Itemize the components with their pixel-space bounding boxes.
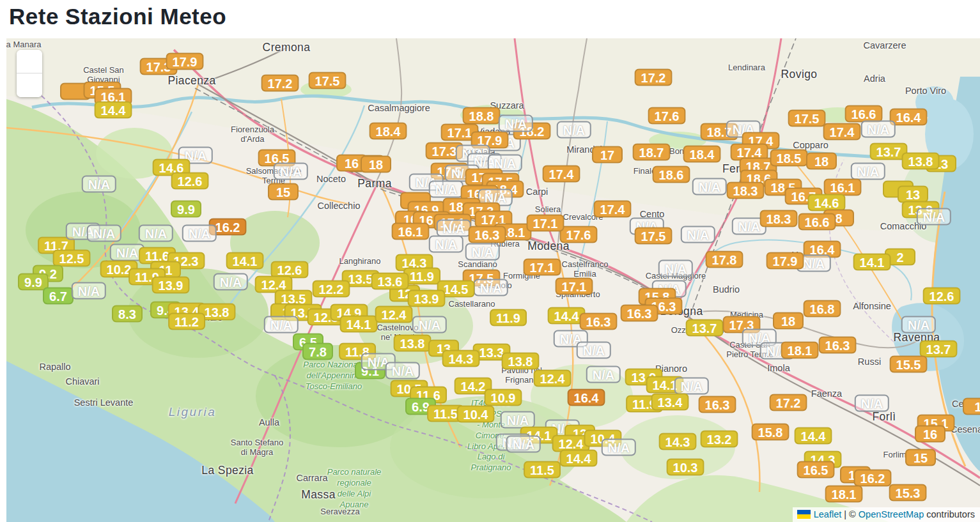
station-marker[interactable]: 17.5: [309, 72, 346, 89]
station-marker[interactable]: 17.1: [527, 215, 564, 232]
station-marker-na[interactable]: N/A: [429, 236, 463, 253]
station-marker-na[interactable]: N/A: [214, 273, 248, 291]
station-marker-na[interactable]: N/A: [437, 220, 471, 237]
station-marker-na[interactable]: N/A: [586, 366, 621, 383]
station-marker[interactable]: 12.5: [53, 250, 91, 267]
station-marker[interactable]: 18.1: [781, 342, 819, 359]
station-marker[interactable]: 17.9: [766, 252, 804, 270]
station-marker[interactable]: 18.6: [653, 166, 690, 183]
station-marker[interactable]: 13.8: [502, 353, 540, 370]
station-marker[interactable]: 15: [268, 183, 299, 201]
map-canvas[interactable]: a ManaraCremonaCastel San GiovanniPiacen…: [6, 38, 980, 522]
station-marker[interactable]: 16: [915, 426, 945, 443]
station-marker[interactable]: 12.4: [534, 370, 572, 387]
station-marker[interactable]: 14.4: [795, 427, 832, 445]
station-marker[interactable]: 11.9: [490, 309, 527, 326]
station-marker-na[interactable]: N/A: [264, 316, 299, 334]
station-marker-na[interactable]: N/A: [681, 226, 715, 243]
station-marker[interactable]: 13.7: [920, 341, 958, 358]
station-marker-na[interactable]: N/A: [72, 282, 106, 300]
station-marker-na[interactable]: N/A: [658, 260, 693, 277]
station-marker[interactable]: 13.7: [686, 319, 724, 337]
station-marker-na[interactable]: N/A: [412, 316, 447, 334]
station-marker[interactable]: 17: [592, 146, 623, 164]
station-marker[interactable]: 13.8: [394, 335, 432, 352]
station-marker[interactable]: 14.1: [340, 316, 378, 333]
station-marker-na[interactable]: N/A: [602, 439, 636, 456]
station-marker[interactable]: 10.4: [457, 406, 495, 423]
station-marker[interactable]: 18.1: [825, 486, 863, 503]
station-marker[interactable]: 18: [806, 153, 837, 170]
station-marker[interactable]: 17.2: [261, 75, 299, 92]
station-marker[interactable]: 17.6: [648, 107, 686, 125]
openstreetmap-link[interactable]: OpenStreetMap: [859, 509, 924, 519]
station-marker[interactable]: 13.9: [152, 277, 190, 294]
station-marker[interactable]: 15.8: [752, 424, 789, 441]
station-marker[interactable]: 11.2: [168, 313, 205, 330]
station-marker[interactable]: 17.2: [770, 394, 807, 411]
station-marker[interactable]: 9.9: [171, 201, 201, 218]
station-marker[interactable]: 10.9: [485, 389, 522, 406]
station-marker[interactable]: 15: [905, 449, 936, 466]
station-marker[interactable]: 16.3: [819, 337, 857, 354]
station-marker-na[interactable]: N/A: [182, 225, 217, 242]
station-marker[interactable]: 17.8: [706, 251, 743, 268]
station-marker[interactable]: 13.6: [371, 273, 409, 290]
station-marker[interactable]: 17.4: [543, 165, 580, 183]
station-marker[interactable]: 17.5: [635, 227, 673, 245]
station-marker-na[interactable]: N/A: [87, 225, 121, 242]
station-marker-na[interactable]: N/A: [474, 279, 508, 296]
station-marker[interactable]: 15.5: [890, 356, 928, 373]
station-marker[interactable]: 13.2: [701, 431, 738, 448]
station-marker[interactable]: 13: [898, 186, 928, 203]
station-marker[interactable]: 16.1: [392, 223, 430, 240]
station-marker-na[interactable]: N/A: [917, 208, 951, 226]
station-marker[interactable]: 17.4: [823, 123, 861, 141]
station-marker-na[interactable]: N/A: [82, 176, 116, 193]
station-marker[interactable]: 7.8: [302, 343, 333, 360]
station-marker[interactable]: 17.6: [560, 226, 598, 243]
station-marker[interactable]: 18.7: [633, 144, 671, 161]
station-marker[interactable]: 13.9: [408, 290, 446, 307]
station-marker[interactable]: 18: [773, 312, 804, 330]
station-marker-na[interactable]: N/A: [692, 178, 727, 196]
leaflet-link[interactable]: Leaflet: [814, 509, 842, 519]
station-marker-na[interactable]: N/A: [501, 411, 535, 429]
station-marker[interactable]: 12.6: [171, 173, 209, 190]
station-marker-na[interactable]: N/A: [429, 181, 463, 198]
station-marker-na[interactable]: N/A: [274, 163, 308, 180]
station-marker[interactable]: 8.3: [112, 305, 143, 323]
station-marker-na[interactable]: N/A: [506, 436, 541, 453]
station-marker[interactable]: 17.4: [594, 201, 632, 218]
station-marker[interactable]: 14.4: [95, 102, 132, 119]
station-marker[interactable]: 11.9: [403, 268, 440, 285]
station-marker[interactable]: 12.6: [923, 288, 961, 305]
station-marker-na[interactable]: N/A: [465, 243, 500, 261]
station-marker[interactable]: 16.2: [854, 470, 892, 487]
station-marker[interactable]: 13.8: [902, 153, 940, 170]
station-marker[interactable]: 18.4: [683, 146, 721, 163]
station-marker[interactable]: 16.5: [797, 461, 835, 479]
station-marker[interactable]: 16.3: [621, 305, 658, 322]
station-marker[interactable]: 17.5: [788, 110, 826, 127]
station-marker[interactable]: 14.1: [226, 252, 264, 270]
station-marker[interactable]: 18.8: [463, 107, 501, 125]
station-marker[interactable]: 14.3: [442, 350, 480, 367]
station-marker-na[interactable]: N/A: [499, 115, 533, 132]
zoom-in-button[interactable]: [17, 50, 42, 73]
station-marker[interactable]: 18.4: [369, 123, 407, 140]
station-marker[interactable]: 17.9: [166, 53, 204, 70]
station-marker[interactable]: 18.5: [770, 150, 808, 167]
station-marker[interactable]: 17.2: [635, 69, 673, 86]
station-marker[interactable]: 12.4: [375, 306, 413, 323]
station-marker-na[interactable]: N/A: [861, 121, 896, 138]
station-marker[interactable]: 17.1: [556, 278, 593, 295]
station-marker[interactable]: 16.6: [798, 213, 836, 231]
station-marker-na[interactable]: N/A: [557, 121, 591, 139]
station-marker[interactable]: 14.6: [808, 194, 846, 211]
station-marker[interactable]: 12.2: [313, 280, 350, 298]
station-marker[interactable]: 13.4: [651, 394, 689, 411]
station-marker-na[interactable]: N/A: [577, 342, 611, 359]
station-marker[interactable]: 16.3: [469, 226, 506, 243]
station-marker[interactable]: 16.3: [699, 396, 736, 413]
